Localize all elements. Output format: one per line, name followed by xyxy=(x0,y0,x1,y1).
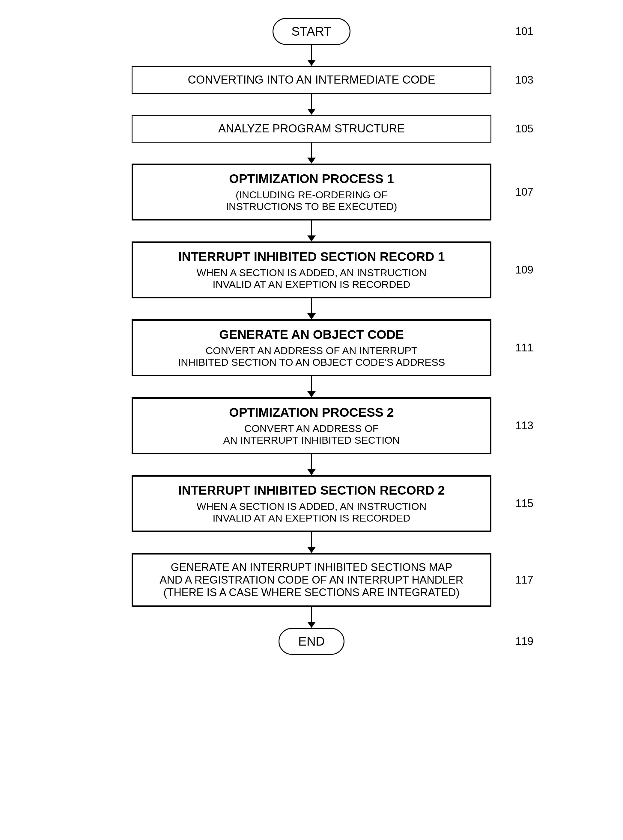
arrow-line xyxy=(311,220,312,236)
arrow-5 xyxy=(307,298,316,319)
step109-subtitle: WHEN A SECTION IS ADDED, AN INSTRUCTIONI… xyxy=(145,267,478,290)
end-node: END xyxy=(279,628,344,655)
ref-113: 113 xyxy=(516,419,533,432)
step107-node: OPTIMIZATION PROCESS 1 (INCLUDING RE-ORD… xyxy=(132,164,491,220)
ref-103: 103 xyxy=(516,74,533,86)
arrow-head xyxy=(307,547,316,553)
ref-109: 109 xyxy=(516,264,533,276)
step107-title: OPTIMIZATION PROCESS 1 xyxy=(145,171,478,186)
step113-node: OPTIMIZATION PROCESS 2 CONVERT AN ADDRES… xyxy=(132,397,491,454)
step107-wrapper: OPTIMIZATION PROCESS 1 (INCLUDING RE-ORD… xyxy=(42,164,581,220)
arrow-9 xyxy=(307,607,316,628)
arrow-line xyxy=(311,298,312,314)
arrow-6 xyxy=(307,376,316,397)
arrow-head xyxy=(307,236,316,242)
arrow-3 xyxy=(307,142,316,164)
arrow-4 xyxy=(307,220,316,242)
start-wrapper: START 101 xyxy=(42,18,581,45)
ref-101: 101 xyxy=(516,25,533,38)
step111-node: GENERATE AN OBJECT CODE CONVERT AN ADDRE… xyxy=(132,319,491,376)
step103-node: CONVERTING INTO AN INTERMEDIATE CODE xyxy=(132,66,491,94)
step109-wrapper: INTERRUPT INHIBITED SECTION RECORD 1 WHE… xyxy=(42,242,581,298)
step115-wrapper: INTERRUPT INHIBITED SECTION RECORD 2 WHE… xyxy=(42,475,581,532)
step109-node: INTERRUPT INHIBITED SECTION RECORD 1 WHE… xyxy=(132,242,491,298)
step117-wrapper: GENERATE AN INTERRUPT INHIBITED SECTIONS… xyxy=(42,553,581,607)
step107-subtitle: (INCLUDING RE-ORDERING OFINSTRUCTIONS TO… xyxy=(145,189,478,213)
step111-wrapper: GENERATE AN OBJECT CODE CONVERT AN ADDRE… xyxy=(42,319,581,376)
step109-title: INTERRUPT INHIBITED SECTION RECORD 1 xyxy=(145,249,478,264)
arrow-line xyxy=(311,607,312,622)
arrow-head xyxy=(307,469,316,475)
arrow-head xyxy=(307,622,316,628)
arrow-head xyxy=(307,109,316,115)
step103-text: CONVERTING INTO AN INTERMEDIATE CODE xyxy=(188,73,435,86)
step103-wrapper: CONVERTING INTO AN INTERMEDIATE CODE 103 xyxy=(42,66,581,94)
step117-node: GENERATE AN INTERRUPT INHIBITED SECTIONS… xyxy=(132,553,491,607)
step105-text: ANALYZE PROGRAM STRUCTURE xyxy=(218,122,405,135)
end-wrapper: END 119 xyxy=(42,628,581,655)
arrow-head xyxy=(307,60,316,66)
step115-node: INTERRUPT INHIBITED SECTION RECORD 2 WHE… xyxy=(132,475,491,532)
ref-117: 117 xyxy=(516,574,533,586)
step115-title: INTERRUPT INHIBITED SECTION RECORD 2 xyxy=(145,483,478,497)
ref-115: 115 xyxy=(516,497,533,510)
arrow-2 xyxy=(307,94,316,115)
step111-title: GENERATE AN OBJECT CODE xyxy=(145,327,478,342)
arrow-line xyxy=(311,94,312,109)
ref-111: 111 xyxy=(516,341,533,354)
ref-119: 119 xyxy=(516,635,533,648)
step115-subtitle: WHEN A SECTION IS ADDED, AN INSTRUCTIONI… xyxy=(145,500,478,524)
step113-wrapper: OPTIMIZATION PROCESS 2 CONVERT AN ADDRES… xyxy=(42,397,581,454)
step105-wrapper: ANALYZE PROGRAM STRUCTURE 105 xyxy=(42,115,581,142)
ref-105: 105 xyxy=(516,122,533,135)
arrow-7 xyxy=(307,454,316,475)
step105-node: ANALYZE PROGRAM STRUCTURE xyxy=(132,115,491,142)
arrow-head xyxy=(307,391,316,397)
step113-subtitle: CONVERT AN ADDRESS OFAN INTERRUPT INHIBI… xyxy=(145,423,478,446)
start-node: START xyxy=(273,18,350,45)
arrow-line xyxy=(311,142,312,158)
start-label: START xyxy=(292,24,331,38)
arrow-line xyxy=(311,454,312,469)
end-label: END xyxy=(298,634,325,648)
step111-subtitle: CONVERT AN ADDRESS OF AN INTERRUPTINHIBI… xyxy=(145,345,478,368)
arrow-line xyxy=(311,532,312,547)
ref-107: 107 xyxy=(516,186,533,198)
arrow-line xyxy=(311,376,312,391)
step117-subtitle: GENERATE AN INTERRUPT INHIBITED SECTIONS… xyxy=(145,561,478,599)
arrow-head xyxy=(307,314,316,319)
arrow-line xyxy=(311,45,312,60)
arrow-1 xyxy=(307,45,316,66)
flowchart: START 101 CONVERTING INTO AN INTERMEDIAT… xyxy=(42,18,581,655)
arrow-8 xyxy=(307,532,316,553)
arrow-head xyxy=(307,158,316,164)
step113-title: OPTIMIZATION PROCESS 2 xyxy=(145,405,478,420)
